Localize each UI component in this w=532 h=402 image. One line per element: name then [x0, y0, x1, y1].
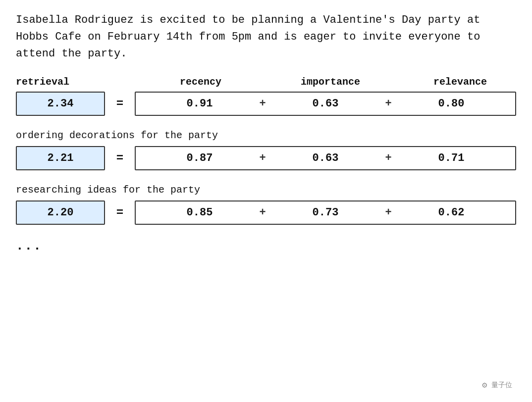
importance-score-3: 0.73: [271, 206, 379, 219]
column-headers: retrieval recency importance relevance: [16, 76, 516, 88]
importance-column-header: importance: [274, 76, 386, 88]
relevance-score-2: 0.71: [397, 152, 505, 164]
plus-icon-3b: +: [379, 206, 397, 219]
component-scores-1: 0.91 + 0.63 + 0.80: [135, 92, 516, 116]
equals-sign-3: =: [105, 206, 135, 219]
relevance-score-1: 0.80: [397, 98, 505, 110]
plus-icon-3a: +: [254, 206, 271, 219]
recency-score-2: 0.87: [146, 152, 254, 164]
retrieval-column-header: retrieval: [16, 76, 115, 88]
watermark: ⚙ 量子位: [479, 380, 512, 390]
importance-score-1: 0.63: [271, 98, 379, 110]
score-row-3: 2.20 = 0.85 + 0.73 + 0.62: [16, 201, 516, 225]
component-scores-2: 0.87 + 0.63 + 0.71: [135, 146, 516, 170]
retrieval-entry-3: researching ideas for the party 2.20 = 0…: [16, 184, 516, 225]
relevance-column-header: relevance: [404, 76, 516, 88]
retrieval-entry-1: 2.34 = 0.91 + 0.63 + 0.80: [16, 92, 516, 116]
memory-label-2: ordering decorations for the party: [16, 130, 516, 141]
retrieval-score-1: 2.34: [16, 92, 105, 116]
plus-icon-1a: +: [254, 98, 271, 110]
retrieval-score-2: 2.21: [16, 146, 105, 170]
retrieval-score-3: 2.20: [16, 201, 105, 225]
plus-icon-2a: +: [254, 152, 271, 164]
score-row-2: 2.21 = 0.87 + 0.63 + 0.71: [16, 146, 516, 170]
plus-icon-1b: +: [379, 98, 397, 110]
memory-label-3: researching ideas for the party: [16, 184, 516, 196]
retrieval-entry-2: ordering decorations for the party 2.21 …: [16, 130, 516, 170]
component-labels: recency importance relevance: [145, 76, 516, 88]
importance-score-2: 0.63: [271, 152, 379, 164]
description-text: Isabella Rodriguez is excited to be plan…: [16, 12, 516, 62]
watermark-text: 量子位: [491, 381, 512, 390]
recency-column-header: recency: [145, 76, 257, 88]
score-row-1: 2.34 = 0.91 + 0.63 + 0.80: [16, 92, 516, 116]
recency-score-1: 0.91: [146, 98, 254, 110]
plus-icon-2b: +: [379, 152, 397, 164]
equals-sign-1: =: [105, 97, 135, 110]
ellipsis-indicator: ...: [16, 239, 516, 253]
recency-score-3: 0.85: [146, 206, 254, 219]
component-scores-3: 0.85 + 0.73 + 0.62: [135, 201, 516, 225]
watermark-icon: ⚙: [479, 380, 489, 390]
relevance-score-3: 0.62: [397, 206, 505, 219]
equals-sign-2: =: [105, 151, 135, 165]
